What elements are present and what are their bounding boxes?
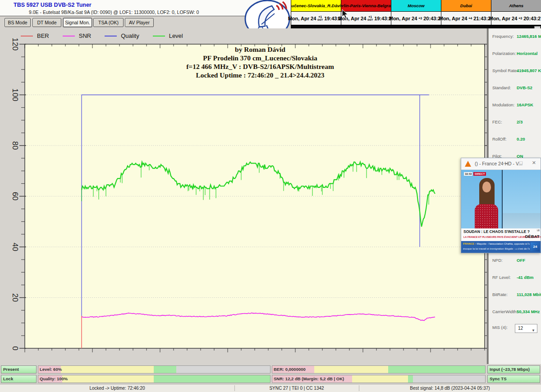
news-headline: SOUDAN : LE CHAOS S'INSTALLE ? <box>463 229 530 234</box>
bar-segment <box>154 375 270 383</box>
news-banner: SOUDAN : LE CHAOS S'INSTALLE ? LA FRANCE… <box>461 228 541 241</box>
tab-bs-mode[interactable]: BS Mode <box>5 18 31 27</box>
bar-segment <box>352 375 408 383</box>
param-value: 111,028 Mbit/s <box>517 292 541 297</box>
param-row: Polarization:Horizontal <box>489 46 541 63</box>
param-label: BitRate: <box>492 292 508 297</box>
presenter-dress <box>475 204 498 229</box>
clock-city: Dubai <box>441 0 491 12</box>
svg-text:100: 100 <box>11 88 19 101</box>
param-label: Modulation: <box>492 102 514 107</box>
param-value: -41 dBm <box>517 275 533 280</box>
svg-text:by Roman Dávid: by Roman Dávid <box>235 46 285 53</box>
mouse-cursor <box>342 9 349 21</box>
tab-av-player[interactable]: AV Player <box>125 18 154 27</box>
news-ticker: FRANCE • Mayotte : l'association Chahla,… <box>461 241 541 253</box>
param-label: RF Level: <box>492 275 511 280</box>
param-value: OFF <box>517 258 525 263</box>
clock-time: Mon, Apr 24+320:43:27 <box>391 12 441 25</box>
debate-label: LE DÉBAT <box>524 229 540 240</box>
svg-text:Locked Uptime : 72:46:20 _ 21.: Locked Uptime : 72:46:20 _ 21.4>24.4.202… <box>196 71 324 79</box>
city-skyline <box>503 213 541 228</box>
clock-time: Mon, Apr 24+320:43:27 <box>491 12 541 25</box>
svg-text:60: 60 <box>11 192 19 201</box>
close-button[interactable]: ✕ <box>532 160 536 166</box>
param-row: Standard:DVB-S2 <box>489 80 541 97</box>
tab-signal-mon-[interactable]: Signal Mon. <box>63 18 92 27</box>
clock-city: Moscow <box>391 0 441 12</box>
minimize-button[interactable]: — <box>503 160 508 165</box>
bar-segment <box>176 366 270 373</box>
vlc-cone-icon <box>465 161 471 167</box>
france24-logo: 24 <box>531 242 540 251</box>
clock-4: AthensMon, Apr 24+320:43:27 <box>491 0 541 25</box>
clock-time: Mon, Apr 24+421:43:27 <box>441 12 491 25</box>
tab-tsa-ok-[interactable]: TSA (OK) <box>93 18 124 27</box>
clock-3: DubaiMon, Apr 24+421:43:27 <box>441 0 491 25</box>
snr-label: SNR: 12,2 dB (Margin: 5,2 dB | OK) <box>274 375 344 383</box>
presenter-face <box>482 182 491 192</box>
statusbar-sync: SYNC 27 | TEI 0 | CC 1342 <box>234 386 359 391</box>
param-value: 41945,807 KS/s <box>517 68 541 73</box>
mis-label: MIS (4): <box>492 325 508 330</box>
svg-text:120: 120 <box>11 38 19 50</box>
param-label: RollOff: <box>492 137 507 141</box>
vlc-titlebar[interactable]: () - France 24 HD - V... — □ ✕ <box>461 158 541 170</box>
ticker-line2: évoque la loi travail et immigration ill… <box>463 247 530 250</box>
mis-value: 12 <box>518 326 523 331</box>
param-label: FEC: <box>492 119 502 124</box>
svg-text:PF Prodelin 370 cm_Lucenec/Slo: PF Prodelin 370 cm_Lucenec/Slovakia <box>203 54 317 62</box>
world-clocks: Lučenec-Slovakia_R.DávidMon, Apr 24+1DST… <box>291 0 541 25</box>
video-frame[interactable]: 19:43 DIRECT SOUDAN : LE CHAOS S'INSTALL… <box>461 170 541 253</box>
svg-text:0: 0 <box>11 346 19 350</box>
param-label: Polarization: <box>492 51 516 56</box>
maximize-button[interactable]: □ <box>519 160 523 165</box>
level-label: Level: 60% <box>40 365 62 373</box>
param-value: 0.20 <box>517 137 525 141</box>
clock-city: Athens <box>491 0 541 12</box>
param-value: 12465,816 MHz <box>517 34 541 39</box>
param-label: Standard: <box>492 85 511 90</box>
ticker-line1: FRANCE • Mayotte : l'association Chahla,… <box>463 242 530 245</box>
tab-dt-mode[interactable]: DT Mode <box>32 18 61 27</box>
clock-0: Lučenec-Slovakia_R.DávidMon, Apr 24+1DST… <box>291 0 341 25</box>
svg-text:f=12 466 MHz_V : DVB-S2/16APSK: f=12 466 MHz_V : DVB-S2/16APSK/Multistre… <box>186 63 334 70</box>
time-badge: 19:43 <box>464 172 472 176</box>
param-value: 50,334 MHz <box>517 309 540 314</box>
app-window: TBS 5927 USB DVB-S2 Tuner 9.0E - Eutelsa… <box>0 0 541 392</box>
bar-segment <box>388 366 485 373</box>
statusbar-uptime: Locked -> Uptime: 72:46:20 <box>0 386 234 391</box>
satellite-info: 9.0E - Eutelsat 9B/Ka-Sat 9A (ID: 0090) … <box>29 9 199 15</box>
svg-text:80: 80 <box>11 141 19 150</box>
param-row: Frequency:12465,816 MHz <box>489 28 541 46</box>
mis-row: MIS (4): 12 ▼ <box>489 321 541 338</box>
quality-progressbar <box>38 375 270 383</box>
ber-label: BER: 0,0000000 <box>274 365 306 373</box>
vlc-window-title: () - France 24 HD - V... <box>475 161 523 166</box>
status-rows: Present Lock Level: 60% Quality: 100% BE… <box>0 364 541 384</box>
input-indicator: Input (~23,78 Mbps) <box>487 365 540 374</box>
param-value: 16APSK <box>517 102 533 107</box>
vlc-player-window[interactable]: () - France 24 HD - V... — □ ✕ 19:43 DIR… <box>461 158 541 253</box>
signal-chart: 020406080100120 by Roman Dávid PF Prodel… <box>0 28 487 364</box>
param-row: BitRate:111,028 Mbit/s <box>489 287 541 304</box>
svg-text:40: 40 <box>11 243 19 251</box>
chevron-down-icon: ▼ <box>532 327 535 335</box>
param-row: RF Level:-41 dBm <box>489 269 541 287</box>
clock-time: Mon, Apr 24+1DST19:43:27 <box>291 12 341 25</box>
statusbar-best-signal: Best signal: 14,8 dB (2023-04-24 05:37) <box>359 386 541 391</box>
bar-segment <box>314 366 388 373</box>
bar-segment <box>413 375 485 383</box>
present-indicator: Present <box>1 365 37 374</box>
svg-text:20: 20 <box>11 293 19 302</box>
param-row: NPD:OFF <box>489 252 541 269</box>
param-row: RollOff:0.20 <box>489 131 541 148</box>
sync-ts-indicator: Sync TS <box>487 375 540 383</box>
level-progressbar <box>38 365 270 374</box>
signal-chart-area: BERSNRQualityLevel 020406080100120 by Ro… <box>0 28 487 364</box>
statusbar: Locked -> Uptime: 72:46:20 SYNC 27 | TEI… <box>0 384 541 392</box>
param-label: CarrierWidth: <box>492 309 518 314</box>
mis-select[interactable]: 12 ▼ <box>515 324 537 333</box>
param-label: Frequency: <box>492 34 514 39</box>
bar-segment <box>154 366 176 373</box>
